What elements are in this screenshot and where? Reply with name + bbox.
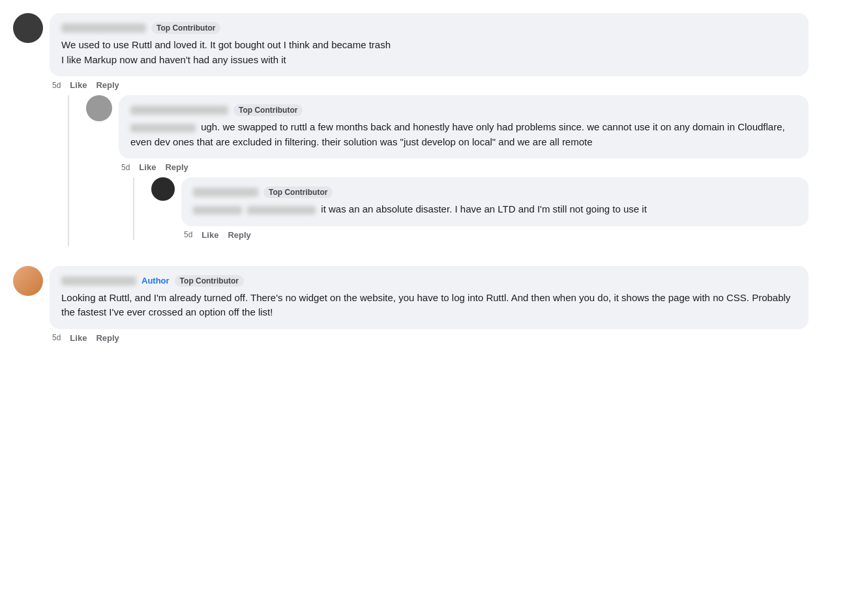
mention-blur [130, 124, 196, 132]
top-contributor-badge: Top Contributor [263, 186, 333, 198]
comment-content: Top Contributor We used to use Ruttl and… [50, 13, 809, 253]
comment-item: Author Top Contributor Looking at Ruttl,… [13, 266, 809, 343]
avatar [151, 177, 175, 201]
replies-level2: Top Contributor it was an an absolute di… [151, 177, 809, 240]
comment-text: ugh. we swapped to ruttl a few months ba… [130, 120, 797, 149]
reply-button[interactable]: Reply [228, 230, 250, 240]
replies-level1: Top Contributor ugh. we swapped to ruttl… [86, 95, 809, 246]
mention-blur-2 [247, 206, 316, 214]
comment-time: 5d [121, 163, 130, 172]
comment-time: 5d [52, 333, 61, 342]
comment-content: Author Top Contributor Looking at Ruttl,… [50, 266, 809, 343]
username-blur [61, 23, 146, 33]
comment-actions: 5d Like Reply [181, 230, 809, 240]
username-blur [61, 276, 136, 286]
like-button[interactable]: Like [70, 80, 87, 90]
comment-item: Top Contributor We used to use Ruttl and… [13, 13, 809, 253]
comment-bubble: Top Contributor ugh. we swapped to ruttl… [119, 95, 809, 158]
mention-blur [193, 206, 242, 214]
comment-thread: Top Contributor We used to use Ruttl and… [13, 13, 809, 343]
comment-actions: 5d Like Reply [119, 162, 809, 172]
comment-bubble: Author Top Contributor Looking at Ruttl,… [50, 266, 809, 329]
username-blur [193, 188, 258, 197]
top-contributor-badge: Top Contributor [175, 275, 244, 287]
comment-text: it was an an absolute disaster. I have a… [193, 202, 797, 217]
comment-time: 5d [184, 230, 192, 239]
comment-time: 5d [52, 81, 61, 90]
comment-header: Author Top Contributor [61, 275, 797, 287]
comment-content: Top Contributor it was an an absolute di… [181, 177, 809, 240]
comment-content: Top Contributor ugh. we swapped to ruttl… [119, 95, 809, 246]
reply-button[interactable]: Reply [96, 333, 119, 343]
avatar [13, 13, 43, 43]
like-button[interactable]: Like [201, 230, 218, 240]
comment-header: Top Contributor [130, 104, 797, 116]
like-button[interactable]: Like [70, 333, 87, 343]
comment-bubble: Top Contributor it was an an absolute di… [181, 177, 809, 226]
top-contributor-badge: Top Contributor [151, 22, 220, 34]
like-button[interactable]: Like [139, 162, 156, 172]
author-badge: Author [142, 276, 170, 286]
comment-text: We used to use Ruttl and loved it. It go… [61, 38, 797, 67]
comment-actions: 5d Like Reply [50, 333, 809, 343]
avatar [86, 95, 112, 121]
username-blur [130, 106, 228, 115]
comment-header: Top Contributor [61, 22, 797, 34]
avatar [13, 266, 43, 296]
reply-button[interactable]: Reply [165, 162, 188, 172]
comment-text: Looking at Ruttl, and I'm already turned… [61, 291, 797, 320]
comment-header: Top Contributor [193, 186, 797, 198]
comment-actions: 5d Like Reply [50, 80, 809, 90]
comment-item: Top Contributor it was an an absolute di… [151, 177, 809, 240]
comment-bubble: Top Contributor We used to use Ruttl and… [50, 13, 809, 76]
top-contributor-badge: Top Contributor [233, 104, 303, 116]
comment-item: Top Contributor ugh. we swapped to ruttl… [86, 95, 809, 246]
reply-button[interactable]: Reply [96, 80, 119, 90]
